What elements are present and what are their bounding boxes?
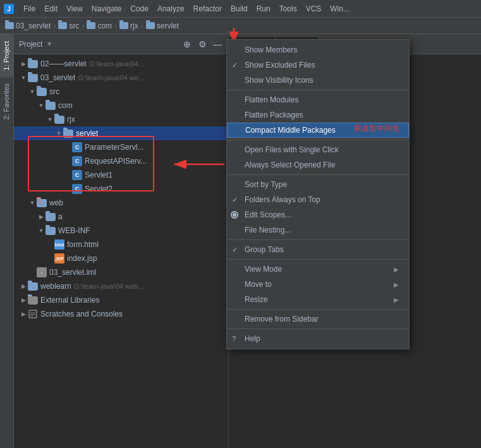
tree-label: src bbox=[49, 87, 59, 96]
ctx-move-to[interactable]: Move to ▶ bbox=[227, 277, 409, 292]
favorites-tab[interactable]: 2: Favorites bbox=[0, 76, 13, 126]
expand-arrow[interactable] bbox=[19, 310, 28, 318]
ctx-folders-top[interactable]: ✓ Folders Always on Top bbox=[227, 192, 409, 207]
leaf-spacer bbox=[63, 143, 72, 152]
folder-icon bbox=[46, 102, 56, 110]
menu-analyze[interactable]: Analyze bbox=[153, 3, 189, 15]
ctx-show-members[interactable]: Show Members bbox=[227, 42, 409, 58]
leaf-spacer bbox=[46, 240, 54, 249]
expand-arrow[interactable] bbox=[37, 101, 46, 110]
dropdown-icon[interactable]: ▼ bbox=[46, 40, 52, 47]
expand-arrow[interactable] bbox=[37, 226, 46, 235]
ctx-item-label: Group Tabs bbox=[245, 245, 399, 254]
expand-arrow[interactable] bbox=[46, 115, 54, 124]
menu-code[interactable]: Code bbox=[126, 3, 153, 15]
tree-label: External Libraries bbox=[40, 296, 99, 305]
menu-file[interactable]: File bbox=[19, 3, 40, 15]
ctx-open-single-click[interactable]: Open Files with Single Click bbox=[227, 142, 409, 157]
menu-navigate[interactable]: Navigate bbox=[87, 3, 126, 15]
tree-item-weblearn[interactable]: weblearn G:\learn-java\04 web... bbox=[14, 279, 228, 293]
ctx-flatten-modules[interactable]: Flatten Modules bbox=[227, 92, 409, 107]
tree-label: rjx bbox=[67, 115, 75, 124]
menu-vcs[interactable]: VCS bbox=[301, 3, 326, 15]
ctx-item-label: Flatten Packages bbox=[245, 111, 399, 119]
expand-arrow[interactable] bbox=[37, 212, 46, 221]
ctx-separator bbox=[227, 90, 409, 90]
ctx-view-mode[interactable]: View Mode ▶ bbox=[227, 262, 409, 277]
breadcrumb-item-rjx[interactable]: rjx bbox=[119, 21, 138, 30]
ctx-item-label: Sort by Type bbox=[245, 180, 399, 189]
tree-item-rjx[interactable]: rjx bbox=[14, 112, 228, 126]
tree-item-webinf[interactable]: WEB-INF bbox=[14, 224, 228, 238]
class-icon: C bbox=[72, 156, 82, 166]
ctx-sort-by-type[interactable]: Sort by Type bbox=[227, 177, 409, 192]
tree-item-scratches[interactable]: Scratches and Consoles bbox=[14, 307, 228, 321]
tree-item-a[interactable]: a bbox=[14, 210, 228, 224]
tree-item-03servlet[interactable]: 03_servlet G:\learn-java\04 we... bbox=[14, 71, 228, 85]
tree-label: com bbox=[58, 101, 73, 110]
ctx-item-label: Move to bbox=[245, 280, 394, 289]
project-tab[interactable]: 1: Project bbox=[0, 34, 13, 76]
web-folder-icon: ◎ bbox=[37, 199, 47, 207]
breadcrumb-item-03servlet[interactable]: 03_servlet bbox=[5, 21, 51, 30]
tree-item-03servletiml[interactable]: i 03_servlet.iml bbox=[14, 265, 228, 279]
expand-arrow[interactable] bbox=[28, 198, 37, 207]
leaf-spacer bbox=[63, 185, 72, 193]
ctx-flatten-packages[interactable]: Flatten Packages bbox=[227, 107, 409, 123]
expand-arrow[interactable] bbox=[19, 282, 28, 291]
ctx-item-label: Folders Always on Top bbox=[245, 195, 399, 204]
ctx-group-tabs[interactable]: ✓ Group Tabs bbox=[227, 242, 409, 257]
expand-arrow[interactable] bbox=[19, 296, 28, 305]
tree-item-formhtml[interactable]: html form.html bbox=[14, 238, 228, 251]
tree-label: Servlet2 bbox=[85, 185, 113, 193]
tree-item-web[interactable]: ◎ web bbox=[14, 196, 228, 210]
ctx-show-excluded[interactable]: ✓ Show Excluded Files bbox=[227, 58, 409, 73]
tree-item-com[interactable]: com bbox=[14, 99, 228, 112]
menu-build[interactable]: Build bbox=[226, 3, 252, 15]
app-logo: J bbox=[3, 3, 15, 15]
ctx-help[interactable]: ? Help bbox=[227, 331, 409, 346]
menu-tools[interactable]: Tools bbox=[275, 3, 301, 15]
tree-item-servlet1[interactable]: C Servlet1 bbox=[14, 168, 228, 182]
ctx-remove-sidebar[interactable]: Remove from Sidebar bbox=[227, 312, 409, 327]
radio-inner bbox=[233, 213, 236, 217]
menu-run[interactable]: Run bbox=[252, 3, 275, 15]
expand-arrow[interactable] bbox=[19, 73, 28, 82]
menu-refactor[interactable]: Refactor bbox=[189, 3, 226, 15]
expand-arrow[interactable] bbox=[19, 59, 28, 68]
minimize-icon[interactable]: — bbox=[212, 39, 223, 50]
ctx-compact-middle-packages[interactable]: Compact Middle Packages bbox=[227, 123, 409, 138]
tree-item-requestapiserv[interactable]: C RequestAPIServ... bbox=[14, 154, 228, 168]
expand-arrow[interactable] bbox=[54, 129, 63, 138]
breadcrumb-item-com[interactable]: com bbox=[87, 21, 112, 30]
breadcrumb-item-servlet[interactable]: servlet bbox=[146, 21, 179, 30]
tree-item-servlet[interactable]: servlet bbox=[14, 126, 228, 140]
ctx-resize[interactable]: Resize ▶ bbox=[227, 292, 409, 307]
tree-item-02servlet[interactable]: 02——servlet G:\learn-java\04... bbox=[14, 57, 228, 71]
ctx-show-visibility[interactable]: Show Visibility Icons bbox=[227, 73, 409, 88]
tree-label: ParameterServl... bbox=[85, 143, 143, 152]
ctx-item-label: Remove from Sidebar bbox=[245, 315, 399, 324]
breadcrumb-label: rjx bbox=[130, 21, 138, 30]
menu-edit[interactable]: Edit bbox=[40, 3, 62, 15]
breadcrumb-item-src[interactable]: src bbox=[58, 21, 79, 30]
checkmark-icon: ✓ bbox=[232, 246, 238, 254]
expand-arrow[interactable] bbox=[28, 87, 37, 96]
submenu-arrow-icon: ▶ bbox=[394, 281, 399, 288]
ctx-always-select[interactable]: Always Select Opened File bbox=[227, 157, 409, 173]
tree-item-src[interactable]: src bbox=[14, 85, 228, 99]
leaf-spacer bbox=[63, 171, 72, 179]
menu-win[interactable]: Win... bbox=[326, 3, 354, 15]
tree-item-externallibs[interactable]: External Libraries bbox=[14, 293, 228, 307]
folder-icon bbox=[46, 213, 56, 221]
menu-view[interactable]: View bbox=[62, 3, 87, 15]
tree-item-parameterservl[interactable]: C ParameterServl... bbox=[14, 140, 228, 154]
gear-icon[interactable]: ⚙ bbox=[197, 39, 208, 50]
ctx-edit-scopes[interactable]: Edit Scopes... bbox=[227, 207, 409, 222]
tree-item-servlet2[interactable]: C Servlet2 bbox=[14, 182, 228, 196]
tree-item-indexjsp[interactable]: JSP index.jsp bbox=[14, 251, 228, 265]
add-icon[interactable]: ⊕ bbox=[181, 39, 193, 50]
tree-view[interactable]: 02——servlet G:\learn-java\04... 03_servl… bbox=[14, 54, 228, 448]
ctx-file-nesting[interactable]: File Nesting... bbox=[227, 222, 409, 238]
ctx-separator bbox=[227, 329, 409, 329]
